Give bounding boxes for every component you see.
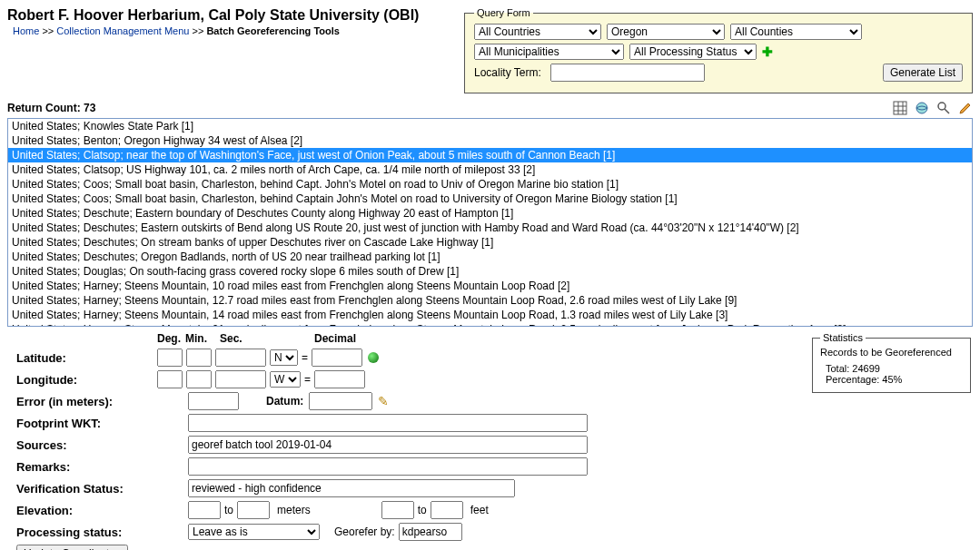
stats-pct: Percentage: 45% [826,374,963,385]
hdr-sec: Sec. [220,332,274,345]
lon-label: Longitude: [16,373,157,387]
lon-min-input[interactable] [186,370,212,388]
datum-label: Datum: [266,395,303,408]
stats-line1: Records to be Georeferenced [820,347,963,358]
list-item[interactable]: United States; Harney; Steens Mountain, … [8,279,972,293]
stats-legend: Statistics [820,332,866,343]
svg-rect-0 [894,102,906,114]
svg-line-7 [945,109,949,113]
elev-ft-max-input[interactable] [431,501,463,519]
locality-listbox[interactable]: United States; Knowles State Park [1]Uni… [7,118,973,327]
list-item[interactable]: United States; Knowles State Park [1] [8,119,972,133]
stats-total: Total: 24699 [826,363,963,374]
list-item[interactable]: United States; Coos; Small boat basin, C… [8,192,972,206]
list-item[interactable]: United States; Harney; Steens Mountain, … [8,322,972,327]
add-filter-icon[interactable]: ✚ [762,44,773,59]
hdr-deg: Deg. [157,332,182,345]
query-legend: Query Form [474,7,533,18]
list-item[interactable]: United States; Deschutes; On stream bank… [8,235,972,250]
globe-icon[interactable] [915,101,929,115]
locality-input[interactable] [550,64,705,82]
search-icon[interactable] [936,101,951,115]
county-select[interactable]: All Counties [730,24,862,40]
lat-ns-select[interactable]: N [270,349,298,366]
return-count: Return Count: 73 [7,102,95,114]
lat-sec-input[interactable] [215,349,266,367]
georef-by-input[interactable] [399,523,462,541]
locality-label: Locality Term: [474,66,541,79]
list-item[interactable]: United States; Harney; Steens Mountain, … [8,308,972,322]
datum-input[interactable] [309,392,372,410]
footprint-input[interactable] [188,414,588,432]
list-item[interactable]: United States; Clatsop; near the top of … [8,148,972,162]
query-form: Query Form All Countries Oregon All Coun… [464,7,973,93]
lon-ew-select[interactable]: W [270,371,301,388]
lat-deg-input[interactable] [157,349,183,367]
generate-list-button[interactable]: Generate List [883,64,963,82]
breadcrumb-home[interactable]: Home [13,25,39,36]
hdr-dec: Decimal [314,332,356,345]
error-input[interactable] [188,392,239,410]
error-label: Error (in meters): [16,395,157,408]
edit-icon[interactable] [958,101,973,115]
list-item[interactable]: United States; Deschute; Eastern boundar… [8,206,972,221]
hdr-min: Min. [185,332,216,345]
list-item[interactable]: United States; Benton; Oregon Highway 34… [8,133,972,148]
municipality-select[interactable]: All Municipalities [474,44,624,60]
proc-label: Processing status: [16,525,157,539]
lat-min-input[interactable] [186,349,212,367]
verif-label: Verification Status: [16,482,157,496]
remarks-input[interactable] [188,457,588,476]
list-item[interactable]: United States; Douglas; On south-facing … [8,264,972,279]
elev-m-max-input[interactable] [237,501,270,519]
processing-status-select[interactable]: All Processing Status [629,44,757,60]
globe-indicator-icon[interactable] [368,352,379,363]
sources-input[interactable] [188,436,588,454]
lon-dec-input[interactable] [314,370,365,388]
lon-sec-input[interactable] [215,370,266,388]
page-title: Robert F. Hoover Herbarium, Cal Poly Sta… [7,7,419,24]
breadcrumb: Home >> Collection Management Menu >> Ba… [13,25,419,36]
list-item[interactable]: United States; Deschutes; Eastern outski… [8,221,972,235]
list-item[interactable]: United States; Coos; Small boat basin, C… [8,177,972,192]
elev-m-min-input[interactable] [188,501,221,519]
breadcrumb-menu[interactable]: Collection Management Menu [56,25,189,36]
list-item[interactable]: United States; Harney; Steens Mountain, … [8,293,972,308]
georef-by-label: Georefer by: [334,525,395,538]
lat-dec-input[interactable] [312,349,362,367]
elev-label: Elevation: [16,504,157,517]
breadcrumb-current: Batch Georeferencing Tools [206,25,340,36]
list-item[interactable]: United States; Deschutes; Oregon Badland… [8,250,972,264]
state-select[interactable]: Oregon [607,24,725,40]
update-coordinates-button[interactable]: Update Coordinates [16,545,128,550]
verif-input[interactable] [188,479,515,497]
svg-point-6 [938,103,945,110]
remarks-label: Remarks: [16,460,157,474]
elev-ft-min-input[interactable] [381,501,414,519]
datum-edit-icon[interactable]: ✎ [378,394,389,408]
lon-deg-input[interactable] [157,370,183,388]
sources-label: Sources: [16,438,157,452]
lat-label: Latitude: [16,351,157,365]
grid-icon[interactable] [893,101,907,115]
statistics-box: Statistics Records to be Georeferenced T… [812,332,971,393]
proc-select[interactable]: Leave as is [188,524,320,540]
svg-point-5 [916,103,927,113]
country-select[interactable]: All Countries [474,24,601,40]
list-item[interactable]: United States; Clatsop; US Highway 101, … [8,162,972,177]
footprint-label: Footprint WKT: [16,417,157,430]
